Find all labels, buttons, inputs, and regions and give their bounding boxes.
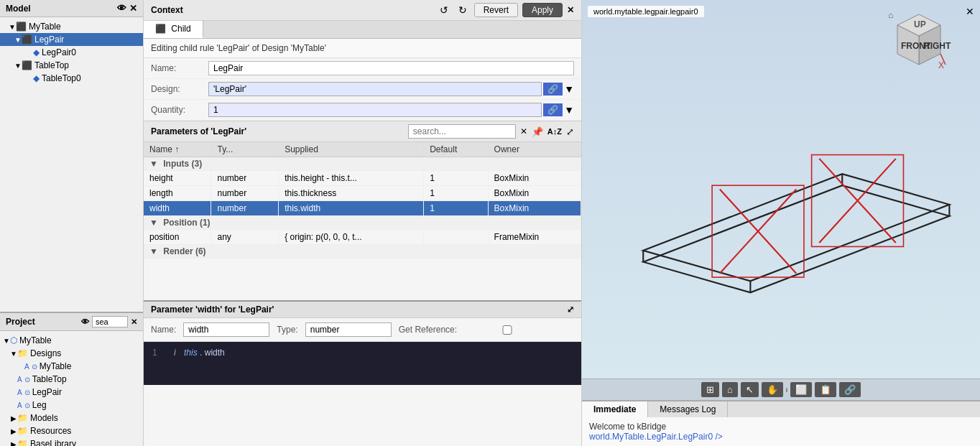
designs-folder-icon: 📁 (17, 348, 28, 358)
folder-icon: ⬛ (22, 34, 32, 45)
table-row-height[interactable]: height number this.height - this.t... 1 … (144, 171, 581, 186)
quantity-scroll-icon[interactable]: ▼ (564, 104, 574, 116)
vp-grid-button[interactable]: ⊞ (701, 382, 719, 397)
tab-immediate[interactable]: Immediate (582, 401, 648, 417)
welcome-message: Welcome to kBridge (589, 422, 973, 432)
table-row-position[interactable]: position any { origin: p(0, 0, 0, t... F… (144, 230, 581, 245)
nav-cube[interactable]: ⌂ UP FRONT RIGHT X (887, 7, 951, 79)
designs-label: Designs (30, 348, 61, 358)
world-link[interactable]: world.MyTable.LegPair.LegPair0 /> (589, 432, 723, 442)
vp-hand-button[interactable]: ✋ (762, 382, 783, 397)
revert-button[interactable]: Revert (474, 3, 518, 17)
proj-legpair-d[interactable]: A ⊙ LegPair (0, 386, 143, 399)
vp-link-button[interactable]: 🔗 (839, 382, 861, 397)
collapse-inputs-icon[interactable]: ▼ (149, 159, 158, 169)
tree-item-tabletop[interactable]: ▼ ⬛ TableTop (0, 59, 143, 72)
table-row-length[interactable]: length number this.thickness 1 BoxMixin (144, 186, 581, 201)
param-type-label: Type: (277, 325, 297, 335)
design-input[interactable] (208, 82, 542, 96)
baselibrary-folder-icon: 📁 (17, 439, 28, 446)
expand-mytable[interactable]: ▼ (9, 23, 16, 31)
get-ref-checkbox[interactable] (464, 325, 550, 335)
proj-mytable[interactable]: ▼ ⬡ MyTable (0, 334, 143, 347)
vp-home-button[interactable]: ⌂ (722, 382, 738, 397)
clear-search-icon[interactable]: ✕ (520, 126, 527, 136)
proj-tabletop-d[interactable]: A ⊙ TableTop (0, 373, 143, 386)
length-supplied: this.thickness (279, 186, 424, 201)
col-type[interactable]: Ty... (211, 142, 279, 157)
design-link-button[interactable]: 🔗 (543, 83, 563, 96)
vp-separator (786, 388, 787, 392)
code-dot: . (200, 348, 202, 358)
name-row: Name: (144, 58, 581, 79)
param-name-input[interactable] (183, 322, 269, 337)
tab-child[interactable]: ⬛ Child (144, 21, 203, 38)
vp-frame-button[interactable]: ⬜ (790, 382, 812, 397)
col-supplied[interactable]: Supplied (279, 142, 424, 157)
messages-log-tab-label: Messages Log (660, 404, 716, 414)
height-supplied: this.height - this.t... (279, 171, 424, 186)
design-scroll-icon[interactable]: ▼ (564, 83, 574, 95)
col-default[interactable]: Default (424, 142, 488, 157)
code-this: this (184, 348, 198, 358)
height-name: height (144, 171, 211, 186)
vp-copy-button[interactable]: 📋 (815, 382, 836, 397)
middle-panel: Context ↺ ↻ Revert Apply ✕ ⬛ Child Editi… (144, 0, 582, 446)
close-icon-2[interactable]: ✕ (131, 317, 137, 327)
collapse-render-icon[interactable]: ▼ (149, 246, 158, 256)
svg-text:UP: UP (914, 19, 926, 29)
close-icon[interactable]: ✕ (129, 3, 137, 14)
col-name[interactable]: Name ↑ (144, 142, 211, 157)
param-type-input[interactable] (305, 322, 392, 337)
expand-all-icon[interactable]: ⤢ (566, 126, 574, 137)
tree-item-legpair[interactable]: ▼ ⬛ LegPair (0, 33, 143, 46)
params-search[interactable] (408, 124, 516, 139)
eye-icon-2[interactable]: 👁 (81, 317, 89, 326)
proj-mytable-d[interactable]: A ⊙ MyTable (0, 360, 143, 373)
pin-icon[interactable]: 📌 (532, 126, 543, 137)
tab-messages-log[interactable]: Messages Log (648, 401, 728, 417)
design-label: Design: (151, 84, 208, 94)
width-name: width (144, 201, 211, 216)
quantity-input[interactable] (208, 103, 542, 117)
quantity-link-button[interactable]: 🔗 (543, 103, 563, 116)
proj-models[interactable]: ▶ 📁 Models (0, 412, 143, 424)
context-close-icon[interactable]: ✕ (567, 5, 574, 15)
line-number: 1 (152, 348, 167, 358)
proj-designs[interactable]: ▼ 📁 Designs (0, 347, 143, 360)
position-owner: FrameMixin (488, 230, 581, 245)
vp-cursor-button[interactable]: ↖ (741, 382, 759, 397)
eye-icon[interactable]: 👁 (117, 3, 126, 14)
expand-tabletop[interactable]: ▼ (14, 62, 22, 70)
project-search[interactable] (92, 316, 128, 327)
tree-item-tabletop0[interactable]: ◆ TableTop0 (0, 72, 143, 85)
code-editor[interactable]: 1 i this . width (144, 342, 581, 385)
name-label: Name: (151, 63, 208, 73)
model-title: Model (6, 4, 31, 14)
mytable-label: MyTable (29, 22, 61, 32)
proj-resources[interactable]: ▶ 📁 Resources (0, 424, 143, 437)
tabletop0-icon: ◆ (33, 73, 40, 83)
code-keyword-i: i (174, 348, 176, 358)
expand-legpair[interactable]: ▼ (14, 36, 22, 44)
undo-button[interactable]: ↺ (437, 4, 451, 16)
param-name-label: Name: (151, 325, 176, 335)
tree-item-legpair0[interactable]: ◆ LegPair0 (0, 46, 143, 59)
proj-leg-d[interactable]: A ⊙ Leg (0, 399, 143, 412)
proj-baselibrary[interactable]: ▶ 📁 BaseLibrary (0, 437, 143, 446)
name-input[interactable] (208, 61, 574, 75)
apply-button[interactable]: Apply (522, 3, 563, 17)
collapse-position-icon[interactable]: ▼ (149, 218, 158, 228)
sort-az-icon[interactable]: A↕Z (547, 127, 562, 136)
table-row-width[interactable]: width number this.width 1 BoxMixin (144, 201, 581, 216)
code-output: world.MyTable.LegPair.LegPair0 /> (589, 432, 973, 442)
proj-tabletop-d-label: TableTop (32, 374, 67, 384)
param-detail-expand-icon[interactable]: ⤢ (567, 305, 574, 315)
viewport-close-button[interactable]: ✕ (966, 6, 974, 17)
section-position: ▼ Position (1) (144, 216, 581, 230)
param-detail-panel: Parameter 'width' for 'LegPair' ⤢ Name: … (144, 300, 581, 385)
col-owner[interactable]: Owner (488, 142, 581, 157)
position-section-label: Position (1) (163, 218, 210, 228)
redo-button[interactable]: ↻ (456, 4, 470, 16)
tree-item-mytable[interactable]: ▼ ⬛ MyTable (0, 20, 143, 33)
